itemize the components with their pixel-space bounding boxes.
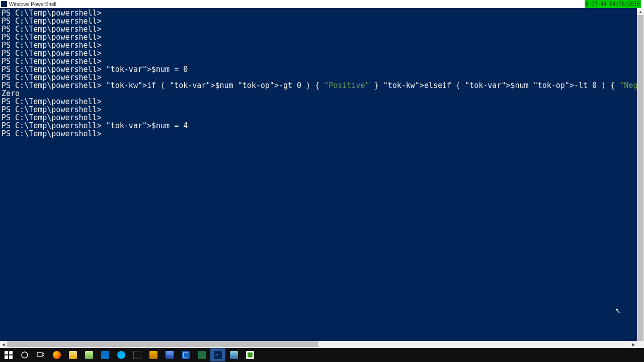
- window-title: Windows PowerShell: [9, 2, 56, 7]
- cortana-circle-icon: [21, 351, 29, 359]
- taskbar-powershell-ise[interactable]: [226, 348, 242, 361]
- svg-point-4: [22, 352, 28, 358]
- console-output[interactable]: PS C:\Temp\powershell> PS C:\Temp\powers…: [0, 8, 644, 341]
- clock-overlay: 8:37:44 04/08/2016: [585, 0, 641, 8]
- vertical-scroll-track[interactable]: [637, 15, 644, 334]
- folder-icon: [69, 351, 77, 359]
- scroll-corner: [637, 341, 644, 348]
- vertical-scrollbar[interactable]: ▲ ▼: [637, 8, 644, 341]
- notepadpp-icon: [85, 351, 93, 359]
- svg-rect-0: [5, 351, 8, 354]
- vertical-scroll-thumb[interactable]: [637, 15, 643, 347]
- horizontal-scroll-thumb[interactable]: [7, 341, 318, 347]
- scroll-up-arrow-icon[interactable]: ▲: [637, 8, 644, 15]
- windows-logo-icon: [5, 351, 13, 359]
- outlook-icon: [101, 351, 109, 359]
- taskbar-notepadpp[interactable]: [82, 348, 97, 361]
- svg-rect-1: [9, 351, 13, 354]
- taskview-icon: [37, 351, 45, 359]
- camtasia-icon: [246, 351, 254, 359]
- window-titlebar[interactable]: Windows PowerShell 8:37:44 04/08/2016: [0, 0, 644, 8]
- skype-icon: [117, 351, 125, 359]
- taskbar-firefox[interactable]: [49, 348, 64, 361]
- taskbar-outlook[interactable]: [98, 348, 113, 361]
- svg-rect-7: [43, 355, 44, 356]
- taskview-button[interactable]: [33, 348, 48, 361]
- horizontal-scroll-track[interactable]: [7, 341, 630, 348]
- taskbar-skype[interactable]: [114, 348, 129, 361]
- svg-rect-5: [37, 352, 42, 356]
- generic-app-icon: [149, 351, 157, 359]
- taskbar-camtasia[interactable]: [243, 348, 258, 361]
- taskbar-explorer[interactable]: [65, 348, 80, 361]
- taskbar-powershell[interactable]: >: [210, 348, 225, 361]
- taskbar-cmd[interactable]: [130, 348, 145, 361]
- svg-rect-3: [9, 355, 13, 359]
- svg-rect-2: [5, 355, 8, 359]
- taskbar-app1[interactable]: [146, 348, 161, 361]
- taskbar: >: [0, 348, 644, 362]
- powershell-window-icon: [1, 1, 7, 7]
- taskbar-virtualbox[interactable]: [178, 348, 193, 361]
- scroll-right-arrow-icon[interactable]: ▶: [630, 341, 637, 348]
- cortana-button[interactable]: [17, 348, 32, 361]
- virtualbox-icon: [182, 351, 190, 359]
- console-area: PS C:\Temp\powershell> PS C:\Temp\powers…: [0, 8, 644, 348]
- powershell-ise-icon: [230, 351, 238, 359]
- generic-app-icon: [166, 351, 174, 359]
- taskbar-app2[interactable]: [162, 348, 177, 361]
- svg-rect-6: [43, 353, 44, 354]
- firefox-icon: [53, 351, 61, 359]
- excel-icon: [198, 351, 206, 359]
- start-button[interactable]: [1, 348, 16, 361]
- cmd-icon: [133, 351, 141, 359]
- horizontal-scrollbar[interactable]: ◀ ▶: [0, 341, 637, 348]
- scroll-left-arrow-icon[interactable]: ◀: [0, 341, 7, 348]
- powershell-icon: >: [214, 351, 222, 359]
- taskbar-excel[interactable]: [194, 348, 209, 361]
